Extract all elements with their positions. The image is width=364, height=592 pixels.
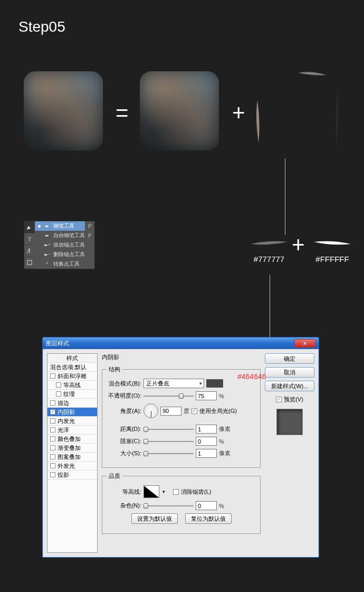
style-color-overlay[interactable]: 颜色叠加 bbox=[47, 435, 97, 444]
choke-label: 阻塞(C): bbox=[107, 437, 141, 445]
tool-column: T bbox=[24, 221, 35, 269]
shortcut bbox=[85, 259, 94, 269]
contour-label: 等高线: bbox=[107, 488, 141, 496]
style-satin[interactable]: 光泽 bbox=[47, 426, 97, 435]
choke-slider[interactable] bbox=[143, 437, 194, 446]
stroke-shape-white bbox=[311, 238, 353, 250]
blend-mode-combo[interactable]: 正片叠底 bbox=[143, 379, 204, 388]
angle-unit: 度 bbox=[184, 407, 189, 415]
style-inner-glow[interactable]: 内发光 bbox=[47, 417, 97, 426]
shortcut: P bbox=[85, 221, 94, 231]
preview-checkbox[interactable] bbox=[276, 397, 282, 402]
ok-button[interactable]: 确定 bbox=[265, 353, 314, 364]
antialias-label: 消除锯齿(L) bbox=[181, 488, 211, 496]
tool-label: 自由钢笔工具 bbox=[53, 232, 85, 239]
style-contour[interactable]: 等高线 bbox=[47, 381, 97, 390]
distance-slider[interactable] bbox=[143, 425, 194, 434]
quality-legend: 品质 bbox=[107, 472, 122, 480]
connector-line-2 bbox=[270, 275, 270, 337]
preview-label: 预览(V) bbox=[284, 396, 303, 403]
style-texture[interactable]: 纹理 bbox=[47, 390, 97, 399]
dialog-right-column: 确定 取消 新建样式(W)... 预览(V) bbox=[265, 353, 314, 553]
plus-sign-2: + bbox=[292, 232, 305, 258]
styles-header[interactable]: 样式 bbox=[47, 354, 97, 363]
size-unit: 像素 bbox=[219, 449, 231, 457]
noise-label: 杂色(N): bbox=[107, 502, 141, 510]
tool-item-convert-point[interactable]: ⌃转换点工具 bbox=[35, 259, 85, 269]
choke-input[interactable]: 0 bbox=[196, 437, 217, 446]
opacity-slider[interactable] bbox=[143, 392, 194, 400]
texture-base bbox=[140, 71, 219, 151]
structure-legend: 结构 bbox=[107, 365, 122, 373]
style-stroke[interactable]: 描边 bbox=[47, 399, 97, 408]
preview-swatch bbox=[276, 409, 303, 435]
close-button[interactable]: ✕ bbox=[294, 339, 315, 347]
style-outer-glow[interactable]: 外发光 bbox=[47, 462, 97, 471]
style-pattern-overlay[interactable]: 图案叠加 bbox=[47, 453, 97, 462]
style-blend-options[interactable]: 混合选项:默认 bbox=[47, 363, 97, 372]
center-pane: 内阴影 结构 混合模式(B): 正片叠底 不透明度(O): 75 % 角度(A)… bbox=[102, 353, 261, 553]
swatch-hex-2: #FFFFFF bbox=[315, 255, 349, 264]
type-tool-slot[interactable]: T bbox=[24, 233, 35, 246]
texture-result bbox=[24, 71, 103, 151]
angle-input[interactable]: 90 bbox=[160, 407, 181, 416]
tool-item-add-anchor[interactable]: ✒⁺添加锚点工具 bbox=[35, 240, 85, 250]
style-drop-shadow[interactable]: 投影 bbox=[47, 471, 97, 480]
size-input[interactable]: 1 bbox=[196, 449, 217, 458]
distance-unit: 像素 bbox=[219, 425, 231, 433]
stroke-shape-gray bbox=[248, 238, 290, 250]
opacity-label: 不透明度(O): bbox=[107, 392, 141, 400]
styles-list: 样式 混合选项:默认 斜面和浮雕 等高线 纹理 描边 内阴影 内发光 光泽 颜色… bbox=[47, 353, 98, 553]
blend-mode-label: 混合模式(B): bbox=[107, 380, 141, 388]
reset-default-button[interactable]: 复位为默认值 bbox=[185, 513, 232, 524]
tool-item-pen[interactable]: ✒钢笔工具 bbox=[35, 221, 85, 231]
step-title: Step05 bbox=[18, 18, 65, 35]
tool-item-delete-anchor[interactable]: ✒⁻删除锚点工具 bbox=[35, 250, 85, 259]
svg-rect-0 bbox=[27, 260, 32, 265]
noise-input[interactable]: 0 bbox=[196, 501, 217, 510]
tool-label: 删除锚点工具 bbox=[53, 251, 85, 258]
shadow-color-swatch[interactable] bbox=[206, 379, 223, 388]
quality-group: 品质 等高线: 消除锯齿(L) 杂色(N): 0 % 设置为默认值 复位为默认值 bbox=[102, 472, 261, 534]
opacity-unit: % bbox=[219, 393, 224, 399]
antialias-checkbox[interactable] bbox=[173, 489, 179, 495]
global-light-checkbox[interactable] bbox=[191, 408, 197, 414]
opacity-input[interactable]: 75 bbox=[196, 391, 217, 400]
distance-label: 距离(D): bbox=[107, 425, 141, 433]
highlight-composite bbox=[253, 69, 343, 158]
noise-unit: % bbox=[219, 503, 224, 509]
size-slider[interactable] bbox=[143, 449, 194, 458]
hex-annotation: #464646 bbox=[237, 372, 266, 381]
style-inner-shadow[interactable]: 内阴影 bbox=[47, 408, 97, 417]
swatch-hex-1: #777777 bbox=[254, 255, 284, 264]
distance-input[interactable]: 1 bbox=[196, 425, 217, 434]
tool-panel: T ✒钢笔工具 ✒自由钢笔工具 ✒⁺添加锚点工具 ✒⁻删除锚点工具 ⌃转换点工具… bbox=[24, 221, 95, 269]
new-style-button[interactable]: 新建样式(W)... bbox=[265, 381, 314, 391]
equals-sign: = bbox=[116, 100, 129, 126]
cancel-button[interactable]: 取消 bbox=[265, 367, 314, 378]
tool-item-freeform-pen[interactable]: ✒自由钢笔工具 bbox=[35, 231, 85, 240]
shortcut: P bbox=[85, 231, 94, 240]
layer-style-dialog: 图层样式 ✕ 样式 混合选项:默认 斜面和浮雕 等高线 纹理 描边 内阴影 内发… bbox=[42, 337, 319, 558]
path-tool-slot[interactable] bbox=[24, 245, 35, 257]
shortcut bbox=[85, 240, 94, 250]
structure-group: 结构 混合模式(B): 正片叠底 不透明度(O): 75 % 角度(A): 90 bbox=[102, 365, 261, 468]
pen-tool-slot[interactable] bbox=[24, 221, 35, 233]
tool-label: 钢笔工具 bbox=[53, 222, 74, 230]
dialog-titlebar[interactable]: 图层样式 ✕ bbox=[43, 337, 319, 349]
panel-title: 内阴影 bbox=[102, 353, 261, 361]
style-gradient-overlay[interactable]: 渐变叠加 bbox=[47, 444, 97, 453]
contour-picker[interactable] bbox=[143, 485, 159, 498]
choke-unit: % bbox=[219, 438, 224, 445]
stroke-swatch-2: #FFFFFF bbox=[311, 238, 353, 264]
style-bevel[interactable]: 斜面和浮雕 bbox=[47, 372, 97, 381]
tool-flyout-list: ✒钢笔工具 ✒自由钢笔工具 ✒⁺添加锚点工具 ✒⁻删除锚点工具 ⌃转换点工具 bbox=[35, 221, 85, 269]
angle-dial[interactable] bbox=[143, 403, 158, 418]
noise-slider[interactable] bbox=[143, 502, 194, 510]
connector-line-1 bbox=[285, 158, 285, 235]
tool-label: 转换点工具 bbox=[53, 260, 80, 268]
global-light-label: 使用全局光(G) bbox=[199, 407, 237, 415]
shape-tool-slot[interactable] bbox=[24, 257, 35, 269]
plus-sign-1: + bbox=[232, 100, 245, 126]
set-default-button[interactable]: 设置为默认值 bbox=[131, 513, 178, 524]
